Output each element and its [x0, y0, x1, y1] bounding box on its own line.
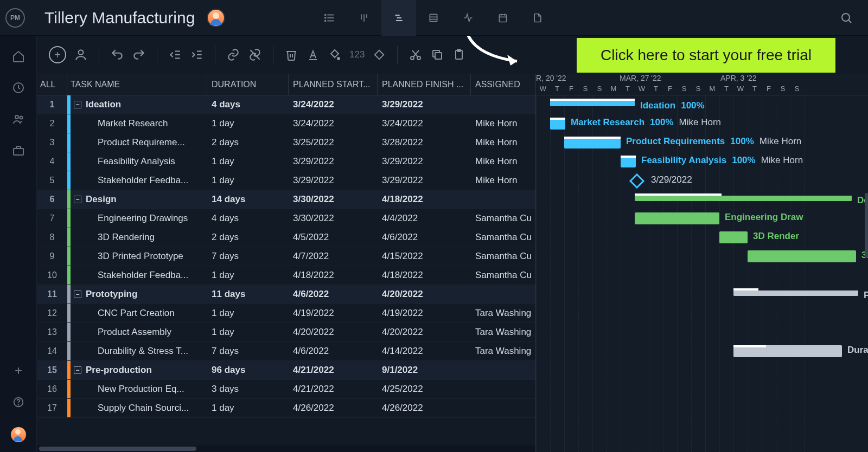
- gantt-chart[interactable]: R, 20 '22MAR, 27 '22APR, 3 '22 WTFSSMTWT…: [536, 74, 868, 452]
- milestone-marker[interactable]: [629, 173, 644, 189]
- gantt-bar[interactable]: 3D Printed Prototype: [748, 250, 856, 262]
- task-row[interactable]: 13Product Assembly1 day4/20/20224/20/202…: [37, 323, 535, 342]
- outdent-button[interactable]: [168, 48, 182, 62]
- col-header-all[interactable]: ALL: [37, 74, 67, 95]
- link-button[interactable]: [226, 48, 240, 62]
- task-row[interactable]: 17Supply Chain Sourci...1 day4/26/20224/…: [37, 399, 535, 418]
- project-title[interactable]: Tillery Manufacturing: [44, 9, 195, 27]
- gantt-row[interactable]: Feasibility Analysis 100% Mike Horn: [536, 152, 868, 171]
- color-button[interactable]: [328, 48, 342, 62]
- gantt-row[interactable]: [536, 323, 868, 342]
- redo-button[interactable]: [132, 48, 146, 62]
- task-row[interactable]: 10Stakeholder Feedba...1 day4/18/20224/1…: [37, 266, 535, 285]
- col-header-name[interactable]: TASK NAME: [67, 74, 207, 95]
- task-finish: 3/24/2022: [378, 118, 471, 129]
- free-trial-cta[interactable]: Click here to start your free trial: [577, 38, 835, 73]
- gantt-row[interactable]: [536, 304, 868, 323]
- task-row[interactable]: 14Durability & Stress T...7 days4/6/2022…: [37, 342, 535, 361]
- indent-button[interactable]: [190, 48, 204, 62]
- activity-view-tab[interactable]: [451, 0, 486, 36]
- gantt-row[interactable]: Design 40%: [536, 190, 868, 209]
- nav-rail: [0, 36, 37, 452]
- cut-button[interactable]: [409, 48, 423, 62]
- collapse-icon[interactable]: −: [74, 101, 81, 108]
- task-row[interactable]: 11−Prototyping11 days4/6/20224/20/2022: [37, 285, 535, 304]
- task-row[interactable]: 7Engineering Drawings4 days3/30/20224/4/…: [37, 209, 535, 228]
- horizontal-scrollbar[interactable]: [37, 445, 535, 452]
- task-finish: 4/20/2022: [378, 289, 471, 300]
- task-row[interactable]: 1−Ideation4 days3/24/20223/29/2022: [37, 95, 535, 114]
- user-avatar[interactable]: [11, 427, 26, 442]
- assign-button[interactable]: [74, 48, 88, 62]
- collapse-icon[interactable]: −: [74, 290, 81, 298]
- gantt-row[interactable]: Engineering Draw: [536, 209, 868, 228]
- task-row[interactable]: 15−Pre-production96 days4/21/20229/1/202…: [37, 361, 535, 380]
- task-row[interactable]: 5Stakeholder Feedba...1 day3/29/20223/29…: [37, 171, 535, 190]
- team-icon[interactable]: [12, 113, 25, 126]
- add-task-button[interactable]: +: [49, 46, 66, 63]
- toolbar-separator: [99, 46, 99, 64]
- unlink-button[interactable]: [248, 48, 262, 62]
- collapse-icon[interactable]: −: [74, 366, 81, 374]
- board-view-tab[interactable]: [347, 0, 381, 36]
- help-icon[interactable]: [12, 396, 25, 409]
- svg-rect-12: [430, 14, 437, 21]
- task-row[interactable]: 93D Printed Prototype7 days4/7/20224/15/…: [37, 247, 535, 266]
- gantt-row[interactable]: [536, 361, 868, 380]
- gantt-bar[interactable]: Product Requirements 100% Mike Horn: [564, 137, 621, 148]
- files-view-tab[interactable]: [520, 0, 555, 36]
- task-row[interactable]: 16New Production Eq...3 days4/21/20224/2…: [37, 380, 535, 399]
- task-row[interactable]: 3Product Requireme...2 days3/25/20223/28…: [37, 133, 535, 152]
- gantt-row[interactable]: Ideation 100%: [536, 95, 868, 114]
- gantt-vertical-scrollbar[interactable]: [865, 193, 868, 258]
- gantt-row[interactable]: Market Research 100% Mike Horn: [536, 114, 868, 133]
- gantt-row[interactable]: 3/29/2022: [536, 171, 868, 190]
- svg-line-20: [848, 20, 851, 23]
- gantt-row[interactable]: Prototyping 20%: [536, 285, 868, 304]
- number-format-button[interactable]: 123: [349, 49, 365, 60]
- gantt-bar[interactable]: Durability & Stress T... 30%: [733, 345, 842, 357]
- task-row[interactable]: 12CNC Part Creation1 day4/19/20224/19/20…: [37, 304, 535, 323]
- search-button[interactable]: [835, 7, 857, 29]
- task-row[interactable]: 6−Design14 days3/30/20224/18/2022: [37, 190, 535, 209]
- gantt-body[interactable]: Ideation 100%Market Research 100% Mike H…: [536, 95, 868, 452]
- project-owner-avatar[interactable]: [207, 9, 225, 27]
- portfolio-icon[interactable]: [12, 144, 25, 157]
- gantt-row[interactable]: [536, 399, 868, 418]
- delete-button[interactable]: [284, 48, 298, 62]
- list-view-tab[interactable]: [312, 0, 347, 36]
- gantt-row[interactable]: [536, 266, 868, 285]
- task-name: Stakeholder Feedba...: [98, 175, 188, 186]
- home-icon[interactable]: [12, 50, 25, 63]
- sheet-view-tab[interactable]: [416, 0, 451, 36]
- recent-icon[interactable]: [12, 81, 25, 94]
- gantt-bar[interactable]: Market Research 100% Mike Horn: [550, 118, 565, 130]
- gantt-bar[interactable]: 3D Render: [719, 231, 748, 243]
- gantt-row[interactable]: [536, 380, 868, 399]
- gantt-row[interactable]: 3D Render: [536, 228, 868, 247]
- task-start: 4/6/2022: [289, 346, 378, 357]
- text-format-button[interactable]: [306, 48, 320, 62]
- app-logo[interactable]: PM: [5, 8, 25, 28]
- col-header-start[interactable]: PLANNED START...: [289, 74, 378, 95]
- task-duration: 2 days: [207, 137, 289, 148]
- undo-button[interactable]: [110, 48, 124, 62]
- col-header-finish[interactable]: PLANNED FINISH ...: [378, 74, 471, 95]
- paste-button[interactable]: [452, 48, 466, 62]
- gantt-row[interactable]: Product Requirements 100% Mike Horn: [536, 133, 868, 152]
- gantt-row[interactable]: Durability & Stress T... 30%: [536, 342, 868, 361]
- gantt-bar[interactable]: Engineering Draw: [635, 212, 719, 224]
- calendar-view-tab[interactable]: [486, 0, 520, 36]
- task-row[interactable]: 4Feasibility Analysis1 day3/29/20223/29/…: [37, 152, 535, 171]
- gantt-view-tab[interactable]: [381, 0, 416, 36]
- copy-button[interactable]: [430, 48, 444, 62]
- collapse-icon[interactable]: −: [74, 196, 81, 203]
- col-header-assigned[interactable]: ASSIGNED: [471, 80, 535, 89]
- gantt-bar[interactable]: Feasibility Analysis 100% Mike Horn: [621, 156, 636, 167]
- task-row[interactable]: 83D Rendering2 days4/5/20224/6/2022Saman…: [37, 228, 535, 247]
- milestone-button[interactable]: [372, 48, 386, 62]
- col-header-duration[interactable]: DURATION: [207, 74, 289, 95]
- gantt-row[interactable]: 3D Printed Prototype: [536, 247, 868, 266]
- add-icon[interactable]: [12, 364, 25, 377]
- task-row[interactable]: 2Market Research1 day3/24/20223/24/2022M…: [37, 114, 535, 133]
